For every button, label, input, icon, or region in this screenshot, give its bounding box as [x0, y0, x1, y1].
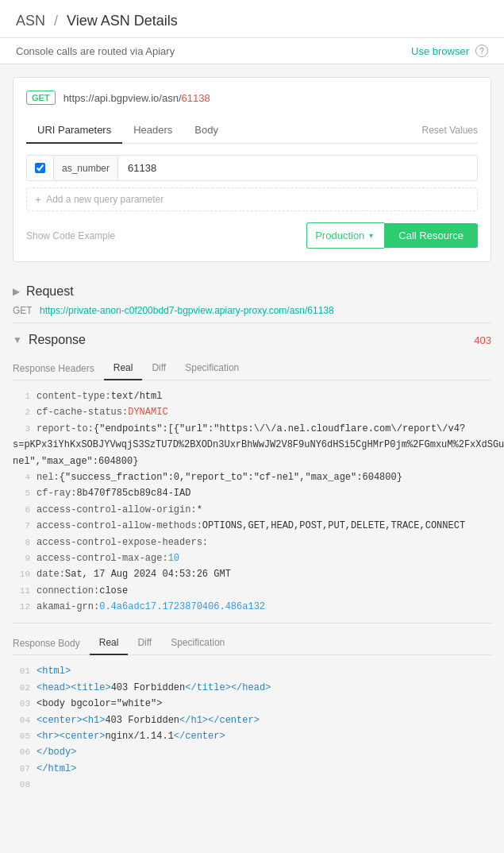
console-bar-text: Console calls are routed via Apiary: [16, 45, 175, 57]
tabs-row: URI Parameters Headers Body Reset Values: [26, 118, 478, 144]
header-line: 3report-to:{"endpoints":[{"url":"https:\…: [13, 421, 491, 469]
code-line: 06</body>: [13, 744, 491, 760]
breadcrumb: ASN / View ASN Details: [16, 13, 488, 29]
response-title: Response: [29, 333, 86, 347]
header-line: 6access-control-allow-origin:*: [13, 502, 491, 518]
chevron-down-icon: ▾: [369, 231, 373, 240]
header-line: 5cf-ray:8b470f785cb89c84-IAD: [13, 485, 491, 501]
help-icon[interactable]: ?: [475, 44, 488, 57]
request-method: GET: [13, 305, 33, 316]
response-body-label: Response Body: [13, 632, 80, 654]
header-line: 2cf-cache-status:DYNAMIC: [13, 404, 491, 420]
param-checkbox[interactable]: [35, 163, 45, 173]
tab-uri-params[interactable]: URI Parameters: [26, 118, 122, 144]
code-line: 03<body bgcolor="white">: [13, 696, 491, 712]
get-url-row: GET https://api.bgpview.io/asn/61138: [26, 91, 478, 105]
breadcrumb-current: View ASN Details: [67, 13, 178, 29]
response-headers-label: Response Headers: [13, 357, 94, 380]
url-text: https://api.bgpview.io/asn/61138: [63, 92, 210, 104]
show-code-link[interactable]: Show Code Example: [26, 230, 115, 241]
request-section-header[interactable]: ▶ Request: [13, 275, 491, 305]
reset-values-link[interactable]: Reset Values: [422, 125, 478, 136]
header-line: 9access-control-max-age:10: [13, 550, 491, 566]
tab-headers[interactable]: Headers: [122, 118, 183, 144]
param-value: 61138: [118, 156, 477, 180]
header-line: 1content-type:text/html: [13, 388, 491, 404]
response-section: ▼ Response 403: [13, 323, 491, 353]
code-line: 08: [13, 777, 491, 793]
main-content: GET https://api.bgpview.io/asn/61138 URI…: [13, 77, 491, 262]
code-line: 05<hr><center>nginx/1.14.1</center>: [13, 728, 491, 744]
get-badge: GET: [26, 91, 56, 105]
code-line: 04<center><h1>403 Forbidden</h1></center…: [13, 712, 491, 728]
code-line: 07</html>: [13, 761, 491, 777]
response-title-left: ▼ Response: [13, 333, 86, 347]
header-line: 12akamai-grn:0.4a6adc17.1723870406.486a1…: [13, 599, 491, 615]
response-title-row: ▼ Response 403: [13, 323, 491, 353]
plus-icon: +: [35, 193, 41, 206]
response-body-sub-tabs: Response Body Real Diff Specification: [13, 631, 491, 655]
code-line: 02<head><title>403 Forbidden</title></he…: [13, 680, 491, 696]
request-section: ▶ Request GET https://private-anon-c0f20…: [13, 275, 491, 322]
chevron-right-icon: ▶: [13, 286, 20, 297]
console-bar: Console calls are routed via Apiary Use …: [0, 38, 504, 64]
breadcrumb-asn: ASN: [16, 13, 45, 29]
action-right: Production ▾ Call Resource: [306, 222, 478, 249]
url-base: https://api.bgpview.io/asn/: [63, 92, 182, 104]
chevron-down-response-icon[interactable]: ▼: [13, 334, 22, 345]
use-browser-link[interactable]: Use browser: [411, 45, 469, 57]
console-bar-right: Use browser ?: [411, 44, 488, 57]
param-name: as_number: [54, 156, 118, 180]
body-sub-tab-specification[interactable]: Specification: [161, 631, 234, 655]
tab-body[interactable]: Body: [183, 118, 229, 144]
header-line: 4nel:{"success_fraction":0,"report_to":"…: [13, 469, 491, 485]
page-header: ASN / View ASN Details: [0, 0, 504, 38]
body-sub-tab-real[interactable]: Real: [90, 631, 129, 655]
call-resource-button[interactable]: Call Resource: [384, 223, 478, 248]
production-label: Production: [315, 230, 364, 241]
production-button[interactable]: Production ▾: [306, 222, 384, 249]
header-line: 8access-control-expose-headers:: [13, 535, 491, 550]
sub-tab-specification[interactable]: Specification: [175, 357, 248, 380]
tabs-left: URI Parameters Headers Body: [26, 118, 229, 143]
sub-tab-diff[interactable]: Diff: [142, 357, 175, 380]
header-line: 10date:Sat, 17 Aug 2024 04:53:26 GMT: [13, 566, 491, 582]
headers-content: 1content-type:text/html2cf-cache-status:…: [13, 380, 491, 623]
request-url-link: https://private-anon-c0f200bdd7-bgpview.…: [40, 305, 334, 316]
response-body-code: 01<html>02<head><title>403 Forbidden</ti…: [13, 655, 491, 801]
param-check: [27, 156, 54, 179]
header-line: 7access-control-allow-methods:OPTIONS,GE…: [13, 518, 491, 534]
url-param: 61138: [182, 92, 210, 104]
add-param-label: Add a new query parameter: [46, 194, 164, 205]
add-param-row[interactable]: + Add a new query parameter: [26, 187, 478, 211]
response-status: 403: [474, 334, 491, 346]
request-url: GET https://private-anon-c0f200bdd7-bgpv…: [13, 305, 491, 322]
code-line: 01<html>: [13, 663, 491, 679]
request-title: Request: [26, 284, 74, 299]
header-line: 11connection:close: [13, 583, 491, 599]
action-row: Show Code Example Production ▾ Call Reso…: [26, 222, 478, 249]
response-body-section: Response Body Real Diff Specification: [13, 623, 491, 655]
response-headers-sub-tabs: Response Headers Real Diff Specification: [13, 353, 491, 380]
sub-tab-real[interactable]: Real: [104, 357, 143, 380]
body-sub-tab-diff[interactable]: Diff: [128, 631, 161, 655]
param-row: as_number 61138: [26, 155, 478, 181]
breadcrumb-separator: /: [54, 13, 58, 29]
